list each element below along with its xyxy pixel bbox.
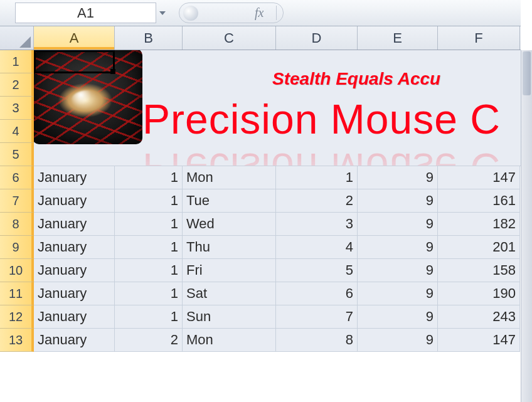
table-row: 12 January 1 Sun 7 9 243	[0, 305, 521, 329]
name-box-dropdown[interactable]	[156, 3, 169, 23]
row-head-5[interactable]: 5	[0, 143, 34, 166]
cell-A8[interactable]: January	[34, 213, 115, 236]
row-head-6[interactable]: 6	[0, 166, 34, 189]
row-head-12[interactable]: 12	[0, 305, 34, 329]
cell-E13[interactable]: 9	[358, 329, 438, 352]
cell-F13[interactable]: 147	[438, 329, 520, 352]
fx-button-area: fx	[179, 3, 284, 23]
cell-F11[interactable]: 190	[438, 282, 520, 305]
table-row: 13 January 2 Mon 8 9 147	[0, 329, 521, 352]
cell-D11[interactable]: 6	[276, 282, 358, 305]
col-head-label: B	[144, 30, 153, 46]
col-head-C[interactable]: C	[183, 26, 276, 50]
table-row: 8 January 1 Wed 3 9 182	[0, 213, 521, 236]
cell-B13[interactable]: 2	[115, 329, 183, 352]
cell-E6[interactable]: 9	[358, 166, 438, 189]
cell-C8[interactable]: Wed	[183, 213, 276, 236]
fx-label[interactable]: fx	[255, 6, 277, 20]
cell-B7[interactable]: 1	[115, 189, 183, 213]
cell-C11[interactable]: Sat	[183, 282, 276, 305]
cell-D12[interactable]: 7	[276, 305, 358, 329]
cell-B10[interactable]: 1	[115, 259, 183, 282]
table-row: 6 January 1 Mon 1 9 147	[0, 166, 521, 189]
col-head-D[interactable]: D	[276, 26, 358, 50]
cell-C12[interactable]: Sun	[183, 305, 276, 329]
cell-D6[interactable]: 1	[276, 166, 358, 189]
cell-E12[interactable]: 9	[358, 305, 438, 329]
title-banner: Stealth Equals Accu Precision Mouse C Pr…	[34, 50, 521, 166]
cell-B8[interactable]: 1	[115, 213, 183, 236]
vertical-scrollbar[interactable]	[521, 50, 532, 402]
cell-D7[interactable]: 2	[276, 189, 358, 213]
cell-F12[interactable]: 243	[438, 305, 520, 329]
col-head-B[interactable]: B	[115, 26, 183, 50]
chevron-down-icon	[158, 9, 167, 18]
col-head-F[interactable]: F	[438, 26, 520, 50]
col-head-label: C	[224, 30, 234, 46]
cell-A10[interactable]: January	[34, 259, 115, 282]
row-head-8[interactable]: 8	[0, 213, 34, 236]
row-head-9[interactable]: 9	[0, 236, 34, 259]
row-head-2[interactable]: 2	[0, 73, 34, 97]
cell-C7[interactable]: Tue	[183, 189, 276, 213]
cell-B12[interactable]: 1	[115, 305, 183, 329]
cell-F6[interactable]: 147	[438, 166, 520, 189]
cell-D13[interactable]: 8	[276, 329, 358, 352]
row-head-4[interactable]: 4	[0, 120, 34, 143]
table-row: 7 January 1 Tue 2 9 161	[0, 189, 521, 213]
cell-E10[interactable]: 9	[358, 259, 438, 282]
cell-F9[interactable]: 201	[438, 236, 520, 259]
table-row: 9 January 1 Thu 4 9 201	[0, 236, 521, 259]
company-name: Precision Mouse C	[142, 95, 501, 143]
cell-C10[interactable]: Fri	[183, 259, 276, 282]
row-head-3[interactable]: 3	[0, 97, 34, 120]
select-all-triangle[interactable]	[0, 26, 34, 50]
column-headers: A B C D E F	[0, 26, 521, 50]
grid[interactable]: 1 2 3 4 5 Stealth Equals Accu Precision …	[0, 50, 521, 402]
row-head-7[interactable]: 7	[0, 189, 34, 213]
cell-F8[interactable]: 182	[438, 213, 520, 236]
row-head-10[interactable]: 10	[0, 259, 34, 282]
name-box-value: A1	[77, 5, 94, 21]
name-box[interactable]: A1	[15, 3, 156, 23]
formula-bar: A1 fx	[0, 0, 521, 26]
cell-E8[interactable]: 9	[358, 213, 438, 236]
cell-C6[interactable]: Mon	[183, 166, 276, 189]
cell-B6[interactable]: 1	[115, 166, 183, 189]
cell-F10[interactable]: 158	[438, 259, 520, 282]
cell-F7[interactable]: 161	[438, 189, 520, 213]
formula-input[interactable]	[284, 3, 521, 23]
cell-A12[interactable]: January	[34, 305, 115, 329]
cell-C13[interactable]: Mon	[183, 329, 276, 352]
row-head-11[interactable]: 11	[0, 282, 34, 305]
table-row: 10 January 1 Fri 5 9 158	[0, 259, 521, 282]
scrollbar-thumb[interactable]	[523, 51, 531, 95]
insert-function-icon[interactable]	[183, 6, 198, 21]
cell-C9[interactable]: Thu	[183, 236, 276, 259]
table-row: 11 January 1 Sat 6 9 190	[0, 282, 521, 305]
cell-A11[interactable]: January	[34, 282, 115, 305]
row-head-13[interactable]: 13	[0, 329, 34, 352]
cell-A6[interactable]: January	[34, 166, 115, 189]
col-head-label: E	[393, 30, 402, 46]
row-head-1[interactable]: 1	[0, 50, 34, 73]
tagline-text: Stealth Equals Accu	[272, 69, 440, 89]
cell-B11[interactable]: 1	[115, 282, 183, 305]
col-head-A[interactable]: A	[34, 26, 115, 50]
cell-E9[interactable]: 9	[358, 236, 438, 259]
col-head-E[interactable]: E	[358, 26, 438, 50]
col-head-label: D	[312, 30, 322, 46]
cell-D10[interactable]: 5	[276, 259, 358, 282]
cell-D8[interactable]: 3	[276, 213, 358, 236]
cell-E7[interactable]: 9	[358, 189, 438, 213]
cell-A13[interactable]: January	[34, 329, 115, 352]
company-logo	[34, 50, 142, 144]
cell-A7[interactable]: January	[34, 189, 115, 213]
cell-D9[interactable]: 4	[276, 236, 358, 259]
cell-A9[interactable]: January	[34, 236, 115, 259]
col-head-label: A	[70, 30, 79, 46]
col-head-label: F	[474, 30, 482, 46]
cell-E11[interactable]: 9	[358, 282, 438, 305]
company-name-reflection: Precision Mouse C	[142, 144, 501, 166]
cell-B9[interactable]: 1	[115, 236, 183, 259]
